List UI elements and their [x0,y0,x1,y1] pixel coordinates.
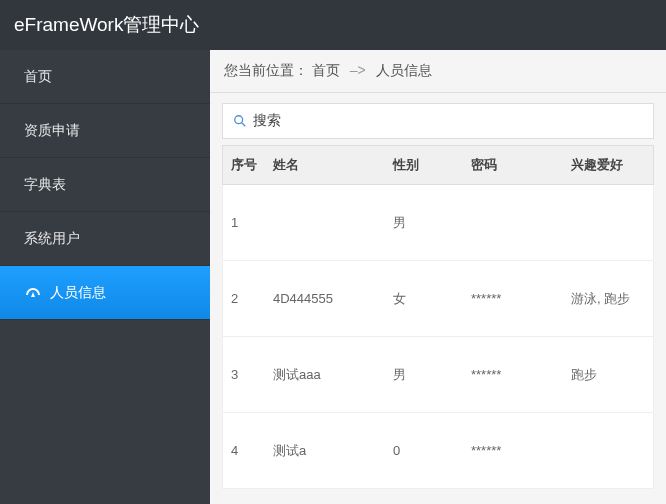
cell-seq: 2 [223,291,273,306]
sidebar-item-label: 系统用户 [24,230,80,248]
breadcrumb-sep: –> [350,62,366,78]
cell-name: 测试a [273,442,393,460]
table-header: 序号 姓名 性别 密码 兴趣爱好 [222,145,654,185]
sidebar-item-label: 资质申请 [24,122,80,140]
table-row[interactable]: 1 男 [222,185,654,261]
cell-hobby: 游泳, 跑步 [571,290,653,308]
th-gender: 性别 [393,156,471,174]
sidebar-item-label: 字典表 [24,176,66,194]
th-hobby: 兴趣爱好 [571,156,653,174]
cell-gender: 女 [393,290,471,308]
sidebar-item-personnel[interactable]: 人员信息 [0,266,210,320]
cell-name: 测试aaa [273,366,393,384]
cell-gender: 男 [393,366,471,384]
svg-point-0 [235,116,243,124]
cell-seq: 4 [223,443,273,458]
cell-gender: 0 [393,443,471,458]
sidebar-item-label: 人员信息 [50,284,106,302]
sidebar-item-sysuser[interactable]: 系统用户 [0,212,210,266]
main-container: 首页 资质申请 字典表 系统用户 人员信息 您当前位置： 首页 –> 人员信息 [0,50,666,504]
main-content: 您当前位置： 首页 –> 人员信息 搜索 序号 姓名 性别 密码 兴趣爱好 1 … [210,50,666,504]
cell-pwd: ****** [471,291,571,306]
cell-seq: 1 [223,215,273,230]
cell-pwd: ****** [471,367,571,382]
sidebar-item-label: 首页 [24,68,52,86]
app-title: eFrameWork管理中心 [14,12,199,38]
search-bar[interactable]: 搜索 [222,103,654,139]
sidebar-item-home[interactable]: 首页 [0,50,210,104]
gauge-icon [24,285,42,301]
table-row[interactable]: 3 测试aaa 男 ****** 跑步 [222,337,654,413]
breadcrumb-home[interactable]: 首页 [312,62,340,78]
app-header: eFrameWork管理中心 [0,0,666,50]
cell-gender: 男 [393,214,471,232]
svg-line-1 [242,123,246,127]
cell-seq: 3 [223,367,273,382]
search-label: 搜索 [253,112,281,130]
data-table: 序号 姓名 性别 密码 兴趣爱好 1 男 2 4D444555 女 ******… [222,145,654,489]
th-name: 姓名 [273,156,393,174]
breadcrumb-prefix: 您当前位置： [224,62,308,78]
search-icon [233,114,247,128]
breadcrumb-current: 人员信息 [376,62,432,78]
table-row[interactable]: 2 4D444555 女 ****** 游泳, 跑步 [222,261,654,337]
sidebar-item-qualification[interactable]: 资质申请 [0,104,210,158]
table-row[interactable]: 4 测试a 0 ****** [222,413,654,489]
th-pwd: 密码 [471,156,571,174]
cell-name: 4D444555 [273,291,393,306]
sidebar: 首页 资质申请 字典表 系统用户 人员信息 [0,50,210,504]
cell-pwd: ****** [471,443,571,458]
th-seq: 序号 [223,156,273,174]
breadcrumb: 您当前位置： 首页 –> 人员信息 [210,50,666,93]
sidebar-item-dictionary[interactable]: 字典表 [0,158,210,212]
cell-hobby: 跑步 [571,366,653,384]
